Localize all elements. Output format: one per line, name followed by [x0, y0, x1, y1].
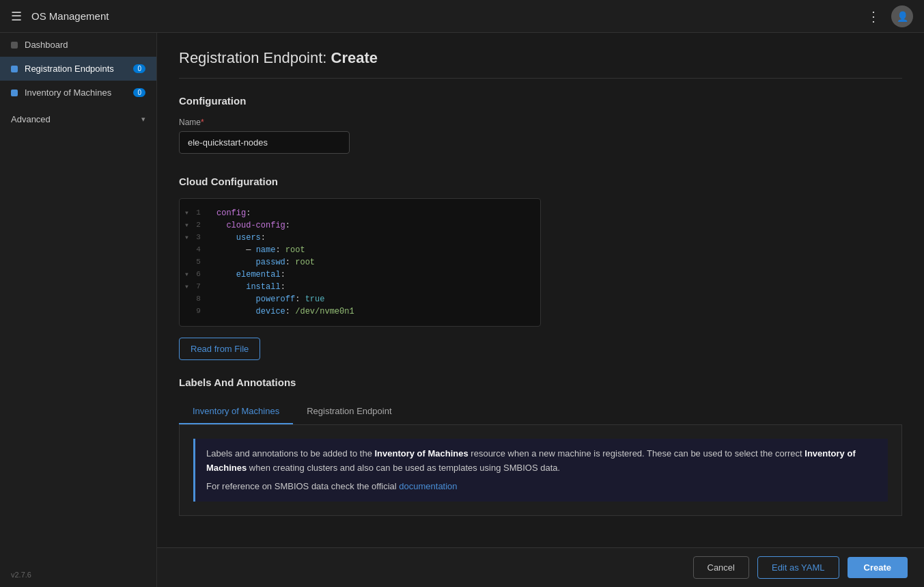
main-content-area: Registration Endpoint: Create Configurat…: [157, 33, 924, 547]
edit-as-yaml-button[interactable]: Edit as YAML: [757, 556, 839, 579]
more-options-icon[interactable]: ⋮: [867, 8, 882, 25]
cloud-configuration-title: Cloud Configuration: [179, 176, 902, 187]
sidebar: Dashboard Registration Endpoints 0 Inven…: [0, 33, 157, 587]
code-line-4: ▼4 — name: root: [180, 244, 540, 256]
code-line-2: ▼2 cloud-config:: [180, 219, 540, 232]
app-title: OS Management: [31, 10, 867, 22]
name-input[interactable]: [179, 131, 350, 154]
documentation-link[interactable]: documentation: [399, 481, 457, 491]
bottom-bar: Cancel Edit as YAML Create: [157, 547, 924, 587]
code-line-9: ▼9 device: /dev/nvme0n1: [180, 305, 540, 318]
sidebar-item-label-registration-endpoints: Registration Endpoints: [25, 64, 114, 74]
read-from-file-button[interactable]: Read from File: [179, 338, 260, 360]
labels-annotations-section: Labels And Annotations Inventory of Mach…: [179, 377, 902, 516]
create-button[interactable]: Create: [848, 557, 908, 578]
labels-tabs: Inventory of Machines Registration Endpo…: [179, 399, 902, 425]
dashboard-icon: [11, 42, 18, 49]
inventory-of-machines-badge: 0: [133, 88, 145, 97]
name-label: Name*: [179, 118, 902, 127]
menu-icon[interactable]: ☰: [11, 9, 22, 24]
name-form-group: Name*: [179, 118, 902, 154]
sidebar-item-label-inventory-of-machines: Inventory of Machines: [25, 87, 111, 98]
code-line-8: ▼8 poweroff: true: [180, 293, 540, 305]
registration-endpoints-icon: [11, 66, 18, 72]
cloud-configuration-section: Cloud Configuration ▼1 config: ▼2 cloud-…: [179, 176, 902, 360]
layout: Dashboard Registration Endpoints 0 Inven…: [0, 33, 924, 587]
sidebar-item-dashboard[interactable]: Dashboard: [0, 33, 156, 57]
sidebar-item-label-dashboard: Dashboard: [25, 40, 68, 50]
sidebar-item-registration-endpoints[interactable]: Registration Endpoints 0: [0, 57, 156, 81]
cancel-button[interactable]: Cancel: [693, 556, 749, 579]
info-text: Labels and annotations to be added to th…: [206, 447, 877, 476]
info-text-line2: For reference on SMBIOS data check the o…: [206, 480, 877, 494]
inventory-of-machines-icon: [11, 90, 18, 96]
labels-annotations-title: Labels And Annotations: [179, 377, 902, 388]
chevron-down-icon: ▾: [141, 115, 145, 124]
page-title: Registration Endpoint: Create: [179, 49, 902, 79]
code-line-6: ▼6 elemental:: [180, 269, 540, 281]
sidebar-item-label-advanced: Advanced: [11, 114, 51, 124]
code-editor[interactable]: ▼1 config: ▼2 cloud-config: ▼3 users:: [179, 198, 541, 327]
info-box: Labels and annotations to be added to th…: [193, 439, 888, 502]
tab-content-inventory: Labels and annotations to be added to th…: [179, 425, 902, 516]
topbar: ☰ OS Management ⋮ 👤: [0, 0, 924, 33]
sidebar-item-inventory-of-machines[interactable]: Inventory of Machines 0: [0, 81, 156, 105]
code-line-5: ▼5 passwd: root: [180, 256, 540, 269]
registration-endpoints-badge: 0: [133, 64, 145, 73]
configuration-section-title: Configuration: [179, 95, 902, 107]
avatar[interactable]: 👤: [891, 5, 913, 27]
tab-registration-endpoint[interactable]: Registration Endpoint: [293, 399, 405, 424]
code-line-7: ▼7 install:: [180, 281, 540, 293]
code-line-3: ▼3 users:: [180, 232, 540, 244]
configuration-section: Configuration Name*: [179, 95, 902, 154]
tab-inventory-of-machines[interactable]: Inventory of Machines: [179, 399, 293, 424]
sidebar-item-advanced[interactable]: Advanced ▾: [0, 107, 156, 131]
sidebar-version: v2.7.6: [0, 562, 156, 587]
code-line-1: ▼1 config:: [180, 207, 540, 219]
